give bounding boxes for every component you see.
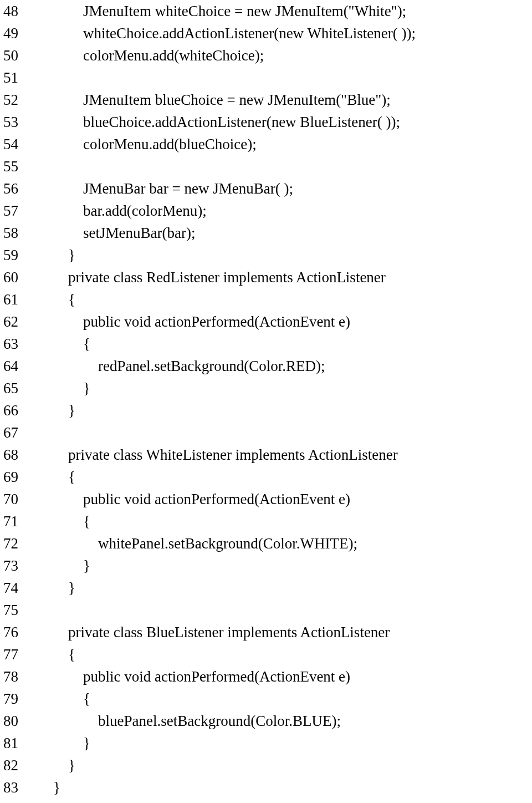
code-line: 75 [3, 599, 532, 621]
code-line: 67 [3, 421, 532, 444]
line-number: 74 [3, 577, 33, 599]
line-number: 70 [3, 488, 33, 510]
line-number: 55 [3, 155, 33, 177]
line-number: 71 [3, 510, 33, 532]
code-line: 72 whitePanel.setBackground(Color.WHITE)… [3, 532, 532, 555]
line-number: 53 [3, 111, 33, 133]
code-text: } [33, 754, 75, 776]
line-number: 79 [3, 688, 33, 710]
code-line: 73 } [3, 555, 532, 577]
code-line: 70 public void actionPerformed(ActionEve… [3, 488, 532, 510]
code-text [33, 421, 68, 444]
code-line: 82 } [3, 754, 532, 776]
code-line: 52 JMenuItem blueChoice = new JMenuItem(… [3, 89, 532, 111]
code-text: setJMenuBar(bar); [33, 222, 195, 244]
line-number: 76 [3, 621, 33, 643]
line-number: 83 [3, 776, 33, 799]
line-number: 65 [3, 377, 33, 399]
code-text: private class BlueListener implements Ac… [33, 621, 390, 643]
code-line: 69 { [3, 466, 532, 488]
code-text: } [33, 776, 60, 799]
line-number: 69 [3, 466, 33, 488]
code-text: whitePanel.setBackground(Color.WHITE); [33, 532, 357, 555]
code-text: } [33, 555, 90, 577]
code-line: 68 private class WhiteListener implement… [3, 444, 532, 466]
line-number: 67 [3, 421, 33, 444]
code-text: public void actionPerformed(ActionEvent … [33, 665, 350, 688]
line-number: 49 [3, 22, 33, 44]
code-text [33, 67, 83, 89]
code-line: 74 } [3, 577, 532, 599]
code-line: 48 JMenuItem whiteChoice = new JMenuItem… [3, 0, 532, 22]
code-text: } [33, 732, 90, 754]
code-line: 57 bar.add(colorMenu); [3, 200, 532, 222]
code-text [33, 599, 68, 621]
code-text: whiteChoice.addActionListener(new WhiteL… [33, 22, 416, 44]
code-text: } [33, 399, 75, 421]
code-line: 80 bluePanel.setBackground(Color.BLUE); [3, 710, 532, 732]
line-number: 56 [3, 177, 33, 200]
code-text: JMenuBar bar = new JMenuBar( ); [33, 177, 293, 200]
code-text: { [33, 688, 90, 710]
line-number: 72 [3, 532, 33, 555]
line-number: 52 [3, 89, 33, 111]
code-line: 54 colorMenu.add(blueChoice); [3, 133, 532, 155]
line-number: 60 [3, 266, 33, 288]
code-text: JMenuItem whiteChoice = new JMenuItem("W… [33, 0, 406, 22]
line-number: 78 [3, 665, 33, 688]
code-line: 58 setJMenuBar(bar); [3, 222, 532, 244]
code-line: 50 colorMenu.add(whiteChoice); [3, 44, 532, 67]
code-line: 77 { [3, 643, 532, 665]
code-text: private class RedListener implements Act… [33, 266, 386, 288]
code-text: { [33, 466, 75, 488]
code-text: bluePanel.setBackground(Color.BLUE); [33, 710, 341, 732]
code-text: { [33, 643, 75, 665]
code-line: 71 { [3, 510, 532, 532]
code-line: 65 } [3, 377, 532, 399]
code-text: } [33, 577, 75, 599]
code-text [33, 155, 83, 177]
code-line: 81 } [3, 732, 532, 754]
line-number: 54 [3, 133, 33, 155]
code-text: public void actionPerformed(ActionEvent … [33, 488, 350, 510]
code-line: 56 JMenuBar bar = new JMenuBar( ); [3, 177, 532, 200]
code-text: { [33, 288, 75, 311]
line-number: 61 [3, 288, 33, 311]
line-number: 57 [3, 200, 33, 222]
line-number: 66 [3, 399, 33, 421]
line-number: 82 [3, 754, 33, 776]
code-text: redPanel.setBackground(Color.RED); [33, 355, 325, 377]
code-line: 64 redPanel.setBackground(Color.RED); [3, 355, 532, 377]
code-line: 51 [3, 67, 532, 89]
code-line: 78 public void actionPerformed(ActionEve… [3, 665, 532, 688]
line-number: 58 [3, 222, 33, 244]
code-line: 76 private class BlueListener implements… [3, 621, 532, 643]
line-number: 68 [3, 444, 33, 466]
line-number: 73 [3, 555, 33, 577]
line-number: 75 [3, 599, 33, 621]
code-text: blueChoice.addActionListener(new BlueLis… [33, 111, 400, 133]
code-text: bar.add(colorMenu); [33, 200, 207, 222]
code-line: 55 [3, 155, 532, 177]
code-listing: 48 JMenuItem whiteChoice = new JMenuItem… [3, 0, 532, 799]
code-line: 49 whiteChoice.addActionListener(new Whi… [3, 22, 532, 44]
line-number: 59 [3, 244, 33, 266]
code-line: 61 { [3, 288, 532, 311]
code-text: public void actionPerformed(ActionEvent … [33, 311, 350, 333]
line-number: 81 [3, 732, 33, 754]
line-number: 63 [3, 333, 33, 355]
code-text: { [33, 333, 90, 355]
code-line: 79 { [3, 688, 532, 710]
code-text: { [33, 510, 90, 532]
line-number: 50 [3, 44, 33, 67]
code-line: 83} [3, 776, 532, 799]
code-text: colorMenu.add(whiteChoice); [33, 44, 264, 67]
code-line: 63 { [3, 333, 532, 355]
code-text: colorMenu.add(blueChoice); [33, 133, 257, 155]
code-text: JMenuItem blueChoice = new JMenuItem("Bl… [33, 89, 391, 111]
code-text: } [33, 244, 75, 266]
code-text: private class WhiteListener implements A… [33, 444, 398, 466]
line-number: 77 [3, 643, 33, 665]
code-line: 62 public void actionPerformed(ActionEve… [3, 311, 532, 333]
line-number: 80 [3, 710, 33, 732]
